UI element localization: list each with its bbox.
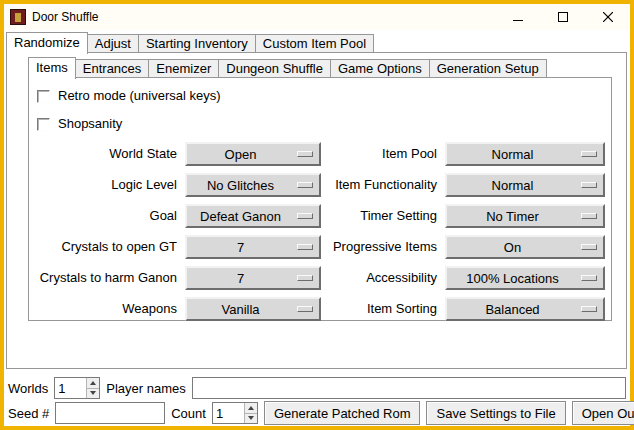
outer-tab-bar: Randomize Adjust Starting Inventory Cust… bbox=[6, 31, 373, 53]
weapons-dropdown[interactable]: Vanilla bbox=[185, 297, 321, 321]
shopsanity-label: Shopsanity bbox=[58, 116, 122, 132]
tab-items[interactable]: Items bbox=[28, 57, 76, 79]
accessibility-label: Accessibility bbox=[325, 266, 441, 290]
minimize-icon bbox=[513, 12, 523, 22]
shopsanity-checkbox[interactable] bbox=[37, 118, 50, 131]
crystals-ganon-value: 7 bbox=[187, 271, 294, 286]
weapons-value: Vanilla bbox=[187, 302, 294, 317]
items-page: Retro mode (universal keys) Shopsanity W… bbox=[28, 77, 612, 321]
timer-setting-dropdown[interactable]: No Timer bbox=[445, 204, 605, 228]
item-pool-value: Normal bbox=[447, 147, 578, 162]
worlds-stepper[interactable] bbox=[54, 377, 100, 399]
dropdown-indicator-icon bbox=[297, 244, 313, 250]
tab-game-options[interactable]: Game Options bbox=[330, 59, 430, 78]
worlds-input[interactable] bbox=[55, 378, 86, 398]
tab-generation-setup[interactable]: Generation Setup bbox=[429, 59, 547, 78]
tab-entrances[interactable]: Entrances bbox=[75, 59, 150, 78]
close-button[interactable] bbox=[585, 4, 630, 30]
count-stepper[interactable] bbox=[212, 402, 258, 424]
tab-starting-inventory[interactable]: Starting Inventory bbox=[138, 34, 256, 53]
item-functionality-value: Normal bbox=[447, 178, 578, 193]
world-state-value: Open bbox=[187, 147, 294, 162]
up-triangle-icon bbox=[248, 406, 254, 410]
dropdown-indicator-icon bbox=[297, 306, 313, 312]
dropdown-indicator-icon bbox=[581, 213, 597, 219]
item-sorting-dropdown[interactable]: Balanced bbox=[445, 297, 605, 321]
count-spin-buttons bbox=[244, 403, 257, 423]
logic-level-dropdown[interactable]: No Glitches bbox=[185, 173, 321, 197]
tab-custom-item-pool[interactable]: Custom Item Pool bbox=[255, 34, 374, 53]
dropdown-indicator-icon bbox=[297, 213, 313, 219]
worlds-label: Worlds bbox=[8, 381, 48, 396]
dropdown-indicator-icon bbox=[581, 275, 597, 281]
dropdown-indicator-icon bbox=[581, 151, 597, 157]
multiworld-row: Worlds Player names bbox=[8, 376, 626, 400]
generate-patched-rom-button[interactable]: Generate Patched Rom bbox=[264, 401, 421, 425]
goal-value: Defeat Ganon bbox=[187, 209, 294, 224]
window-title: Door Shuffle bbox=[32, 4, 99, 30]
down-triangle-icon bbox=[90, 391, 96, 395]
progressive-items-label: Progressive Items bbox=[325, 235, 441, 259]
minimize-button[interactable] bbox=[495, 4, 540, 30]
crystals-ganon-dropdown[interactable]: 7 bbox=[185, 266, 321, 290]
up-triangle-icon bbox=[90, 381, 96, 385]
dropdown-indicator-icon bbox=[581, 244, 597, 250]
item-functionality-label: Item Functionality bbox=[325, 173, 441, 197]
timer-setting-value: No Timer bbox=[447, 209, 578, 224]
tab-randomize[interactable]: Randomize bbox=[6, 32, 88, 54]
weapons-label: Weapons bbox=[35, 297, 181, 321]
item-functionality-dropdown[interactable]: Normal bbox=[445, 173, 605, 197]
spin-down-arrow[interactable] bbox=[245, 414, 257, 424]
tab-dungeon-shuffle[interactable]: Dungeon Shuffle bbox=[218, 59, 331, 78]
tab-enemizer[interactable]: Enemizer bbox=[148, 59, 219, 78]
item-pool-dropdown[interactable]: Normal bbox=[445, 142, 605, 166]
retro-mode-row: Retro mode (universal keys) bbox=[37, 87, 611, 105]
seed-label: Seed # bbox=[8, 406, 49, 421]
goal-dropdown[interactable]: Defeat Ganon bbox=[185, 204, 321, 228]
seed-input[interactable] bbox=[55, 402, 165, 424]
inner-tab-bar: Items Entrances Enemizer Dungeon Shuffle… bbox=[28, 57, 546, 78]
maximize-button[interactable] bbox=[540, 4, 585, 30]
goal-label: Goal bbox=[35, 204, 181, 228]
item-sorting-value: Balanced bbox=[447, 302, 578, 317]
progressive-items-dropdown[interactable]: On bbox=[445, 235, 605, 259]
spin-up-arrow[interactable] bbox=[87, 378, 99, 389]
spin-down-arrow[interactable] bbox=[87, 389, 99, 399]
accessibility-value: 100% Locations bbox=[447, 271, 578, 286]
count-label: Count bbox=[171, 406, 206, 421]
player-names-input[interactable] bbox=[192, 377, 626, 399]
logic-level-value: No Glitches bbox=[187, 178, 294, 193]
crystals-gt-dropdown[interactable]: 7 bbox=[185, 235, 321, 259]
open-output-directory-button[interactable]: Open Output Directory bbox=[572, 401, 634, 425]
dropdown-indicator-icon bbox=[581, 306, 597, 312]
count-input[interactable] bbox=[213, 403, 244, 423]
generation-row: Seed # Count Generate Patched Rom Save S… bbox=[8, 401, 626, 425]
save-settings-button[interactable]: Save Settings to File bbox=[426, 401, 565, 425]
retro-mode-label: Retro mode (universal keys) bbox=[58, 88, 221, 104]
world-state-dropdown[interactable]: Open bbox=[185, 142, 321, 166]
worlds-spin-buttons bbox=[86, 378, 99, 398]
logic-level-label: Logic Level bbox=[35, 173, 181, 197]
timer-setting-label: Timer Setting bbox=[325, 204, 441, 228]
down-triangle-icon bbox=[248, 416, 254, 420]
maximize-icon bbox=[558, 12, 568, 22]
tab-adjust[interactable]: Adjust bbox=[87, 34, 139, 53]
crystals-gt-label: Crystals to open GT bbox=[35, 235, 181, 259]
window-controls bbox=[495, 4, 630, 30]
accessibility-dropdown[interactable]: 100% Locations bbox=[445, 266, 605, 290]
dropdown-indicator-icon bbox=[297, 151, 313, 157]
dropdown-indicator-icon bbox=[297, 275, 313, 281]
titlebar: Door Shuffle bbox=[4, 4, 630, 30]
shopsanity-row: Shopsanity bbox=[37, 115, 611, 133]
world-state-label: World State bbox=[35, 142, 181, 166]
progressive-items-value: On bbox=[447, 240, 578, 255]
player-names-label: Player names bbox=[106, 381, 185, 396]
retro-mode-checkbox[interactable] bbox=[37, 90, 50, 103]
crystals-gt-value: 7 bbox=[187, 240, 294, 255]
item-pool-label: Item Pool bbox=[325, 142, 441, 166]
crystals-ganon-label: Crystals to harm Ganon bbox=[35, 266, 181, 290]
spin-up-arrow[interactable] bbox=[245, 403, 257, 414]
app-icon bbox=[10, 9, 26, 25]
settings-grid: World State Open Item Pool Normal Logic … bbox=[35, 142, 611, 321]
close-icon bbox=[603, 12, 613, 22]
